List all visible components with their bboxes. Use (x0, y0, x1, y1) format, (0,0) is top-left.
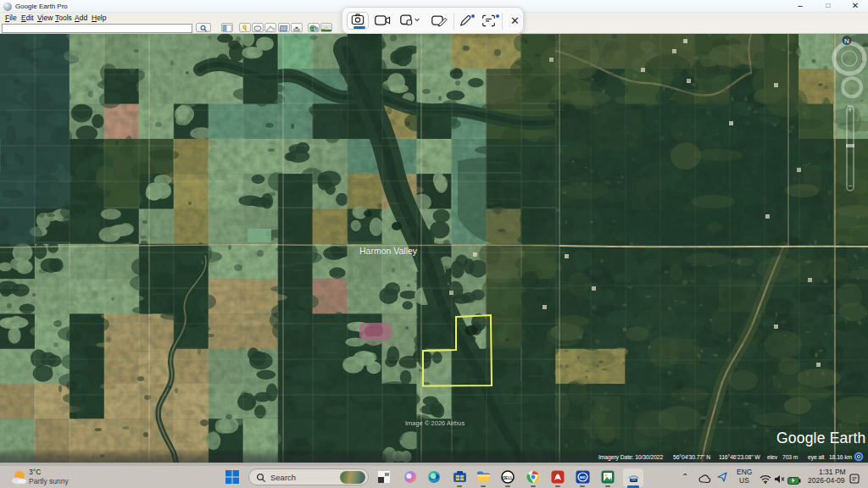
svg-text:56°04'30.77" N: 56°04'30.77" N (673, 454, 710, 460)
svg-text:703 m: 703 m (782, 454, 798, 460)
svg-text:eye alt: eye alt (808, 454, 825, 461)
svg-text:elev: elev (767, 454, 778, 460)
svg-text:+: + (848, 106, 852, 114)
svg-text:−: − (848, 181, 852, 190)
svg-text:116°46'23.08" W: 116°46'23.08" W (719, 454, 760, 460)
svg-text:Imagery Date: 10/30/2022: Imagery Date: 10/30/2022 (598, 454, 664, 461)
svg-text:N: N (844, 37, 849, 45)
svg-text:Harmon Valley: Harmon Valley (359, 246, 418, 256)
svg-text:DELL: DELL (503, 476, 513, 480)
svg-text:18.16 km: 18.16 km (829, 454, 853, 460)
svg-text:Image © 2026 Airbus: Image © 2026 Airbus (405, 419, 465, 427)
svg-text:Google Earth: Google Earth (776, 430, 866, 446)
svg-text:BID: BID (580, 475, 586, 480)
